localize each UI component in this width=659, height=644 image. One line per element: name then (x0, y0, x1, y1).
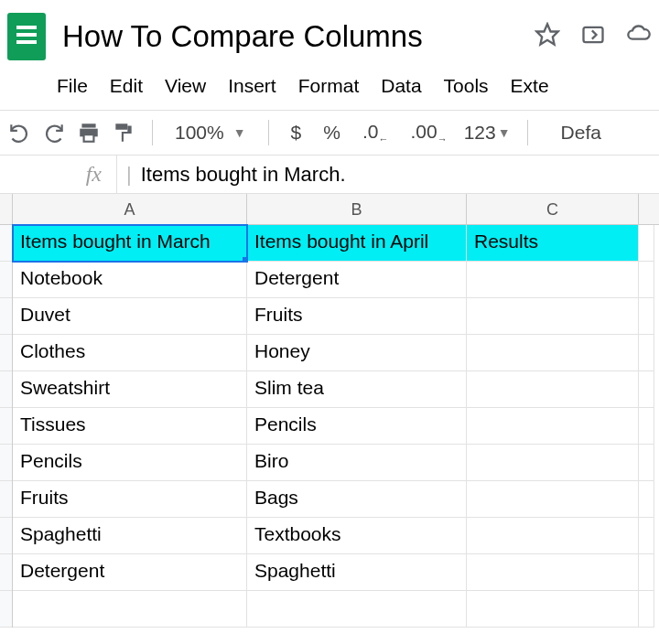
column-header-b[interactable]: B (247, 194, 467, 224)
cell[interactable] (13, 591, 247, 628)
cell[interactable] (639, 262, 654, 298)
formula-input[interactable]: Items bought in March. (141, 163, 346, 187)
cell[interactable]: Pencils (247, 408, 467, 445)
cell[interactable] (467, 554, 639, 591)
chevron-down-icon: ▼ (498, 125, 511, 140)
cell[interactable] (247, 591, 467, 628)
move-icon[interactable] (580, 22, 606, 51)
cell[interactable] (467, 335, 639, 371)
menu-insert[interactable]: Insert (228, 75, 276, 97)
decrease-decimal-button[interactable]: .0← (357, 121, 394, 145)
cell[interactable]: Duvet (13, 298, 247, 335)
row-header[interactable] (0, 225, 12, 262)
cell[interactable]: Detergent (247, 262, 467, 298)
cell[interactable]: Pencils (13, 445, 247, 481)
title-actions (535, 22, 652, 51)
row-header[interactable] (0, 445, 12, 481)
cell[interactable] (639, 225, 654, 262)
table-row: Detergent Spaghetti (13, 554, 659, 591)
undo-button[interactable] (7, 121, 31, 145)
table-row: Fruits Bags (13, 481, 659, 518)
cell[interactable] (639, 445, 654, 481)
table-row: Items bought in March Items bought in Ap… (13, 225, 659, 262)
svg-rect-2 (81, 123, 95, 127)
cell-c1[interactable]: Results (467, 225, 639, 262)
menu-file[interactable]: File (57, 75, 88, 97)
cell[interactable] (467, 518, 639, 554)
format-percent-button[interactable]: % (318, 122, 346, 144)
cell[interactable]: Fruits (13, 481, 247, 518)
title-bar: How To Compare Columns (0, 0, 659, 66)
row-header[interactable] (0, 371, 12, 408)
cell[interactable]: Notebook (13, 262, 247, 298)
menu-extensions[interactable]: Exte (511, 75, 549, 97)
cell[interactable]: Sweatshirt (13, 371, 247, 408)
cell[interactable]: Tissues (13, 408, 247, 445)
column-header-c[interactable]: C (467, 194, 639, 224)
redo-button[interactable] (42, 121, 66, 145)
cell-a1[interactable]: Items bought in March (13, 225, 247, 262)
name-box[interactable]: fx (0, 156, 117, 193)
document-title[interactable]: How To Compare Columns (62, 19, 518, 54)
row-header[interactable] (0, 262, 12, 298)
cloud-icon[interactable] (626, 22, 652, 51)
menu-format[interactable]: Format (298, 75, 360, 97)
cell[interactable] (467, 591, 639, 628)
cell[interactable]: Biro (247, 445, 467, 481)
row-header[interactable] (0, 591, 12, 628)
cell[interactable]: Slim tea (247, 371, 467, 408)
cell[interactable] (467, 481, 639, 518)
row-header[interactable] (0, 481, 12, 518)
cell[interactable] (467, 262, 639, 298)
toolbar: 100% ▼ $ % .0← .00→ 123 ▼ Defa (0, 111, 659, 155)
chevron-down-icon: ▼ (233, 125, 246, 140)
cell[interactable]: Bags (247, 481, 467, 518)
decrease-decimal-label: .0 (362, 121, 379, 142)
spreadsheet: A B C Items bought in March Items bought… (0, 194, 659, 628)
row-header[interactable] (0, 298, 12, 335)
cell[interactable] (639, 481, 654, 518)
format-currency-button[interactable]: $ (286, 122, 308, 144)
select-all-corner[interactable] (0, 194, 12, 225)
cell[interactable] (639, 591, 654, 628)
row-header[interactable] (0, 518, 12, 554)
cell[interactable]: Textbooks (247, 518, 467, 554)
menu-tools[interactable]: Tools (444, 75, 489, 97)
cell[interactable]: Clothes (13, 335, 247, 371)
table-row: Tissues Pencils (13, 408, 659, 445)
row-header[interactable] (0, 554, 12, 591)
cell[interactable] (639, 518, 654, 554)
cell[interactable] (467, 298, 639, 335)
cell[interactable]: Honey (247, 335, 467, 371)
cell[interactable]: Spaghetti (247, 554, 467, 591)
font-dropdown[interactable]: Defa (545, 122, 607, 144)
row-header[interactable] (0, 408, 12, 445)
more-formats-dropdown[interactable]: 123 ▼ (464, 122, 511, 144)
cell[interactable] (467, 371, 639, 408)
increase-decimal-label: .00 (410, 121, 437, 142)
menu-view[interactable]: View (165, 75, 206, 97)
cell[interactable] (467, 408, 639, 445)
menu-data[interactable]: Data (381, 75, 421, 97)
star-icon[interactable] (535, 22, 560, 51)
cell[interactable]: Fruits (247, 298, 467, 335)
menu-edit[interactable]: Edit (110, 75, 143, 97)
column-header-a[interactable]: A (13, 194, 247, 224)
data-rows: Items bought in March Items bought in Ap… (13, 225, 659, 628)
row-header[interactable] (0, 335, 12, 371)
cell[interactable] (639, 335, 654, 371)
cell[interactable] (639, 298, 654, 335)
cell[interactable] (639, 554, 654, 591)
increase-decimal-button[interactable]: .00→ (405, 121, 452, 145)
cell[interactable] (639, 371, 654, 408)
cell[interactable] (467, 445, 639, 481)
cell[interactable] (639, 408, 654, 445)
cell[interactable]: Spaghetti (13, 518, 247, 554)
column-header-next[interactable] (639, 194, 648, 224)
cell[interactable]: Detergent (13, 554, 247, 591)
paint-format-button[interactable] (112, 121, 135, 145)
table-row: Spaghetti Textbooks (13, 518, 659, 554)
cell-b1[interactable]: Items bought in April (247, 225, 467, 262)
print-button[interactable] (77, 121, 101, 145)
zoom-dropdown[interactable]: 100% ▼ (169, 122, 252, 144)
